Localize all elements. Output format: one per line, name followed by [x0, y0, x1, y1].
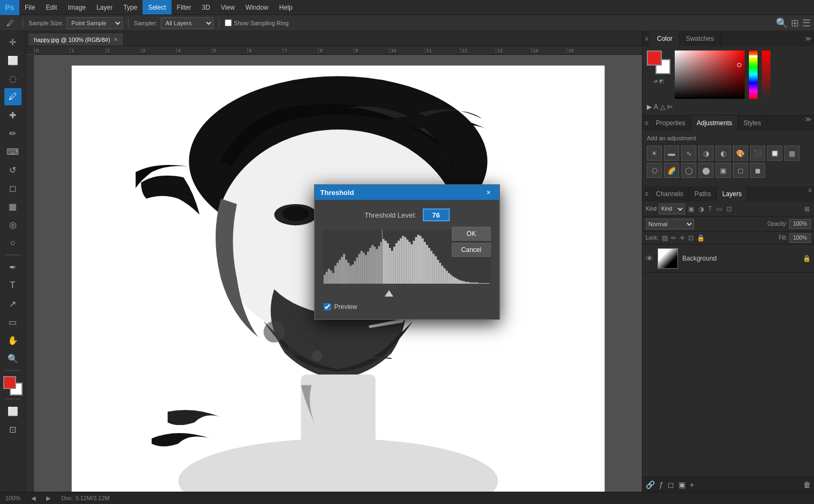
- hand-tool[interactable]: ✋: [4, 332, 22, 349]
- adj-brightness[interactable]: ☀: [647, 146, 662, 161]
- adj-selective-color[interactable]: ◼: [750, 163, 765, 178]
- scroll-left-btn[interactable]: ◀: [31, 495, 35, 502]
- switch-colors-icon[interactable]: ⇄: [654, 78, 658, 84]
- adj-hue-sat[interactable]: 🎨: [733, 146, 748, 161]
- path-selection-tool[interactable]: ↗: [4, 295, 22, 312]
- clone-tool[interactable]: ⌨: [4, 143, 22, 160]
- adj-invert[interactable]: ◯: [681, 163, 696, 178]
- add-style-btn[interactable]: ƒ: [659, 480, 663, 489]
- menu-image[interactable]: Image: [62, 0, 91, 15]
- lock-position-icon[interactable]: ✛: [680, 234, 685, 242]
- layers-panel-menu[interactable]: ≡: [808, 186, 812, 194]
- lock-pixels-icon[interactable]: ✏: [671, 234, 676, 242]
- screen-mode-tool[interactable]: ⊡: [4, 421, 22, 438]
- adj-bw[interactable]: 🔲: [767, 146, 782, 161]
- move-tool[interactable]: ✛: [4, 33, 22, 51]
- prop-panel-expand[interactable]: ≫: [805, 116, 812, 123]
- delete-layer-btn[interactable]: 🗑: [803, 480, 811, 489]
- fg-color-swatch[interactable]: [647, 51, 662, 66]
- reset-colors-icon[interactable]: ◩: [659, 78, 664, 84]
- new-layer-btn[interactable]: +: [690, 480, 694, 489]
- canvas-tab-close[interactable]: ✕: [113, 37, 118, 42]
- menu-filter[interactable]: Filter: [172, 0, 197, 15]
- threshold-title-bar[interactable]: Threshold ×: [315, 185, 499, 200]
- tab-swatches[interactable]: Swatches: [680, 31, 721, 46]
- eyedropper-tool[interactable]: 🖊: [4, 88, 22, 105]
- tab-color[interactable]: Color: [651, 31, 680, 46]
- color-gradient-picker[interactable]: [675, 51, 745, 99]
- canvas-tab-happy[interactable]: happy.jpg @ 100% (RGB/8#) ✕: [28, 33, 124, 46]
- link-layers-btn[interactable]: 🔗: [646, 480, 655, 489]
- adj-exposure[interactable]: ◑: [698, 146, 713, 161]
- add-mask-btn[interactable]: ◻: [668, 480, 674, 489]
- color-panel-expand[interactable]: ≫: [805, 35, 812, 42]
- path-icon[interactable]: △: [660, 103, 665, 111]
- pen-tool[interactable]: ✒: [4, 258, 22, 276]
- quick-mask-tool[interactable]: ⬜: [4, 402, 22, 420]
- view-icon[interactable]: ⊞: [791, 17, 799, 29]
- threshold-ok-btn[interactable]: OK: [452, 227, 491, 241]
- scroll-right-btn[interactable]: ▶: [46, 495, 51, 502]
- blend-mode-select[interactable]: Normal Multiply Screen: [646, 219, 694, 229]
- prop-collapse-btn[interactable]: ≡: [642, 116, 651, 131]
- threshold-close-btn[interactable]: ×: [483, 187, 494, 198]
- adj-vibrance[interactable]: ◐: [716, 146, 731, 161]
- kind-filter-select[interactable]: Kind Name Effect: [659, 204, 685, 214]
- filter-smartobj-icon[interactable]: ⊡: [725, 204, 733, 214]
- menu-select[interactable]: Select: [142, 0, 171, 15]
- dodge-tool[interactable]: ○: [4, 234, 22, 251]
- opacity-slider[interactable]: [762, 51, 770, 99]
- adj-channel-mixer[interactable]: ⬡: [647, 163, 662, 178]
- threshold-cancel-btn[interactable]: Cancel: [452, 243, 491, 257]
- filter-type-icon[interactable]: T: [707, 204, 713, 214]
- type-icon[interactable]: A: [654, 103, 658, 111]
- tab-adjustments[interactable]: Adjustments: [691, 116, 738, 131]
- adj-photo-filter[interactable]: ▦: [784, 146, 799, 161]
- panel-collapse-btn[interactable]: ≡: [642, 31, 651, 46]
- show-sampling-ring-checkbox[interactable]: [225, 19, 232, 26]
- filter-pixel-icon[interactable]: ▣: [687, 204, 695, 214]
- lock-all-icon[interactable]: 🔒: [697, 234, 705, 242]
- eraser-tool[interactable]: ◻: [4, 179, 22, 197]
- menu-type[interactable]: Type: [118, 0, 142, 15]
- adj-curves[interactable]: ∿: [681, 146, 696, 161]
- search-icon[interactable]: 🔍: [776, 17, 788, 29]
- tab-channels[interactable]: Channels: [651, 186, 689, 201]
- adj-posterize[interactable]: ⬤: [698, 163, 713, 178]
- tab-layers[interactable]: Layers: [717, 186, 747, 201]
- layer-item-background[interactable]: 👁 Background 🔒: [642, 244, 814, 272]
- adj-threshold[interactable]: ▣: [716, 163, 731, 178]
- sample-size-select[interactable]: Point Sample 3 by 3 Average 5 by 5 Avera…: [67, 17, 123, 29]
- threshold-level-input[interactable]: [423, 208, 449, 221]
- zoom-tool[interactable]: 🔍: [4, 350, 22, 367]
- layer-visibility-icon[interactable]: 👁: [646, 254, 653, 263]
- filter-toggle[interactable]: ⊠: [803, 204, 811, 214]
- adj-color-balance[interactable]: ⬛: [750, 146, 765, 161]
- menu-edit[interactable]: Edit: [40, 0, 62, 15]
- align-icon[interactable]: ⊨: [667, 103, 673, 111]
- marquee-tool[interactable]: ⬜: [4, 52, 22, 69]
- adj-levels[interactable]: ▬: [664, 146, 679, 161]
- blur-tool[interactable]: ◎: [4, 216, 22, 233]
- fill-input[interactable]: [789, 233, 811, 243]
- hue-slider[interactable]: [749, 51, 758, 99]
- filter-shape-icon[interactable]: ▭: [715, 204, 723, 214]
- lock-artboards-icon[interactable]: ⊡: [688, 234, 694, 242]
- adj-color-lookup[interactable]: 🌈: [664, 163, 679, 178]
- tab-styles[interactable]: Styles: [738, 116, 767, 131]
- filter-adj-icon[interactable]: ◑: [697, 204, 705, 214]
- adj-gradient-map[interactable]: ◻: [733, 163, 748, 178]
- lasso-tool[interactable]: ◌: [4, 70, 22, 87]
- menu-window[interactable]: Window: [240, 0, 274, 15]
- opacity-input[interactable]: [789, 219, 811, 229]
- menu-view[interactable]: View: [216, 0, 240, 15]
- shape-tool[interactable]: ▭: [4, 313, 22, 330]
- menu-layer[interactable]: Layer: [91, 0, 118, 15]
- brush-tool[interactable]: ✏: [4, 125, 22, 142]
- new-group-btn[interactable]: ▣: [679, 480, 686, 489]
- menu-3d[interactable]: 3D: [196, 0, 215, 15]
- layers-collapse-btn[interactable]: ≡: [642, 186, 651, 201]
- threshold-slider-handle[interactable]: [384, 290, 393, 297]
- history-tool[interactable]: ↺: [4, 161, 22, 178]
- settings-icon[interactable]: ☰: [802, 17, 811, 29]
